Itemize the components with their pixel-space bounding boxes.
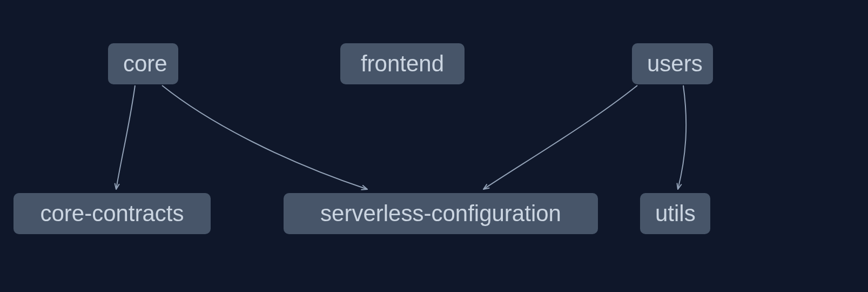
node-users[interactable]: users: [632, 43, 713, 84]
node-label: serverless-configuration: [320, 201, 561, 226]
node-label: utils: [655, 201, 696, 226]
edge-core-to-serverless-configuration: [162, 85, 367, 189]
node-label: core-contracts: [40, 201, 184, 226]
node-frontend[interactable]: frontend: [340, 43, 465, 84]
node-core-contracts[interactable]: core-contracts: [14, 193, 211, 234]
edge-users-to-serverless-configuration: [483, 85, 637, 189]
node-utils[interactable]: utils: [640, 193, 710, 234]
node-core[interactable]: core: [108, 43, 178, 84]
node-label: core: [123, 51, 167, 76]
node-label: users: [647, 51, 703, 76]
edge-users-to-utils: [678, 85, 686, 189]
node-label: frontend: [361, 51, 444, 76]
edge-core-to-core-contracts: [116, 85, 135, 189]
node-serverless-configuration[interactable]: serverless-configuration: [284, 193, 598, 234]
